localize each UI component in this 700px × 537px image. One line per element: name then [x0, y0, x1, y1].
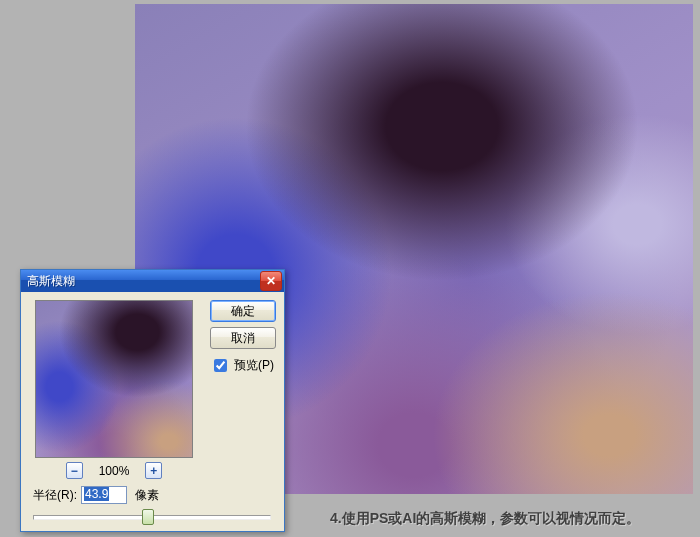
zoom-out-button[interactable]: − [66, 462, 83, 479]
radius-unit: 像素 [135, 487, 159, 504]
zoom-in-button[interactable]: + [145, 462, 162, 479]
cancel-button[interactable]: 取消 [210, 327, 276, 349]
close-button[interactable]: ✕ [260, 271, 282, 291]
dialog-titlebar[interactable]: 高斯模糊 ✕ [21, 270, 284, 292]
preview-thumbnail-area: − 100% + [35, 300, 193, 479]
dialog-body: 确定 取消 预览(P) − 100% + 半径(R): 43.9 像素 [21, 292, 284, 531]
radius-value: 43.9 [84, 487, 109, 501]
tutorial-caption: 4.使用PS或AI的高斯模糊，参数可以视情况而定。 [330, 510, 690, 528]
preview-checkbox[interactable] [214, 359, 227, 372]
preview-toggle-row: 预览(P) [210, 356, 276, 375]
gaussian-blur-dialog: 高斯模糊 ✕ 确定 取消 预览(P) − 100% + [20, 269, 285, 532]
plus-icon: + [150, 465, 157, 477]
preview-thumbnail[interactable] [35, 300, 193, 458]
slider-thumb[interactable] [142, 509, 154, 525]
radius-slider[interactable] [33, 508, 271, 524]
radius-input[interactable]: 43.9 [81, 486, 127, 504]
radius-label: 半径(R): [33, 487, 77, 504]
zoom-percent: 100% [99, 464, 130, 478]
dialog-button-column: 确定 取消 [210, 300, 276, 349]
minus-icon: − [71, 465, 78, 477]
close-icon: ✕ [266, 274, 276, 288]
dialog-title: 高斯模糊 [27, 273, 260, 290]
radius-row: 半径(R): 43.9 像素 [33, 486, 159, 504]
preview-label: 预览(P) [234, 357, 274, 374]
ok-button[interactable]: 确定 [210, 300, 276, 322]
zoom-controls: − 100% + [35, 462, 193, 479]
